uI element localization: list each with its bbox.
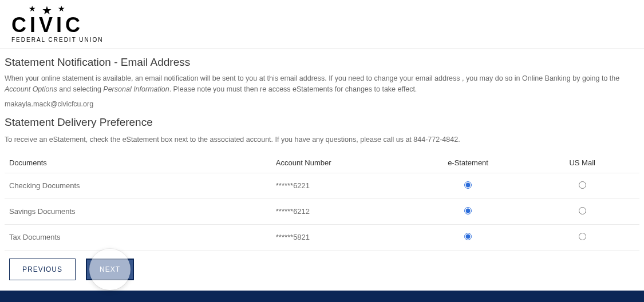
star-icon: ★ — [29, 5, 36, 13]
notification-italic-2: Personal Information — [103, 85, 169, 93]
table-row: Checking Documents ******6221 — [5, 173, 639, 198]
notification-heading: Statement Notification - Email Address — [5, 56, 639, 69]
delivery-body: To receive an eStatement, check the eSta… — [5, 134, 639, 145]
notification-body-mid: and selecting — [57, 85, 104, 93]
page-root: ★ ★ ★ CIVIC FEDERAL CREDIT UNION Stateme… — [0, 0, 644, 302]
notification-italic-1: Account Options — [5, 85, 57, 93]
footer-band — [0, 291, 644, 302]
cell-document: Checking Documents — [5, 173, 271, 198]
notification-body-post: . Please note you must then re access eS… — [169, 85, 417, 93]
th-documents: Documents — [5, 153, 271, 173]
table-header-row: Documents Account Number e-Statement US … — [5, 153, 639, 173]
star-icon: ★ — [58, 5, 65, 13]
radio-estatement[interactable] — [464, 181, 472, 189]
th-account-number: Account Number — [271, 153, 411, 173]
radio-usmail[interactable] — [579, 207, 586, 214]
brand-word: CIVIC — [11, 16, 84, 34]
notification-email: makayla.mack@civicfcu.org — [5, 100, 639, 108]
brand-subtitle: FEDERAL CREDIT UNION — [11, 37, 104, 43]
radio-usmail[interactable] — [579, 181, 586, 189]
th-e-statement: e-Statement — [411, 153, 526, 173]
button-row: PREVIOUS NEXT — [5, 251, 639, 291]
notification-body-pre: When your online statement is available,… — [5, 74, 619, 82]
brand-logo: ★ ★ ★ CIVIC FEDERAL CREDIT UNION — [11, 5, 633, 43]
cell-document: Savings Documents — [5, 198, 271, 224]
table-row: Tax Documents ******5821 — [5, 224, 639, 250]
cell-account: ******6221 — [271, 173, 411, 198]
header: ★ ★ ★ CIVIC FEDERAL CREDIT UNION — [0, 0, 644, 49]
radio-estatement[interactable] — [464, 207, 472, 214]
radio-usmail[interactable] — [579, 233, 586, 240]
cell-document: Tax Documents — [5, 224, 271, 250]
content: Statement Notification - Email Address W… — [0, 49, 644, 290]
notification-body: When your online statement is available,… — [5, 73, 639, 94]
cell-account: ******5821 — [271, 224, 411, 250]
cell-account: ******6212 — [271, 198, 411, 224]
next-button[interactable]: NEXT — [86, 259, 134, 280]
previous-button[interactable]: PREVIOUS — [9, 259, 76, 280]
th-us-mail: US Mail — [525, 153, 639, 173]
next-button-highlight: NEXT — [86, 259, 134, 280]
delivery-heading: Statement Delivery Preference — [5, 116, 639, 129]
delivery-table: Documents Account Number e-Statement US … — [5, 153, 639, 251]
radio-estatement[interactable] — [464, 233, 472, 240]
table-row: Savings Documents ******6212 — [5, 198, 639, 224]
